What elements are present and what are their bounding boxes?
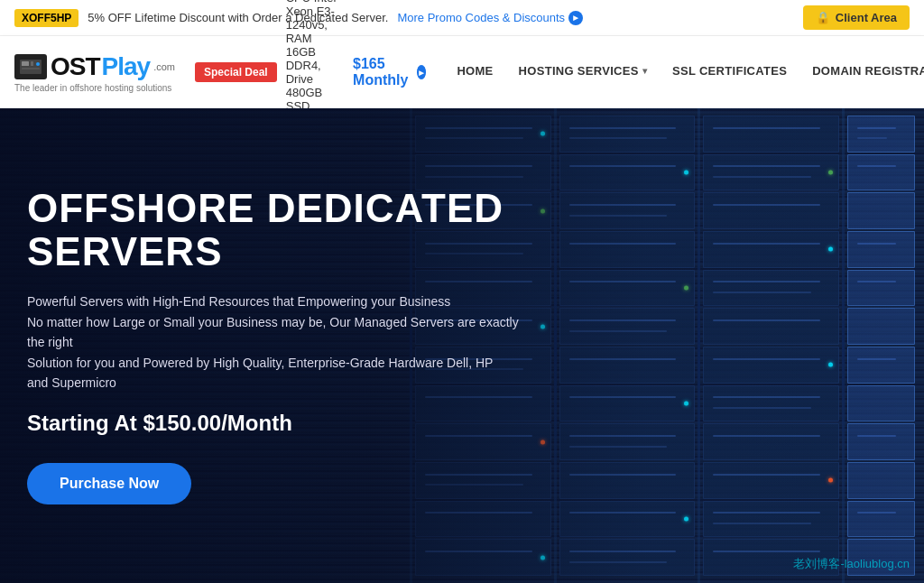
hero-subtitle: Powerful Servers with High-End Resources…	[27, 292, 532, 393]
svg-rect-2	[31, 61, 33, 66]
client-area-button[interactable]: 🔒 Client Area	[803, 5, 910, 30]
logo-brand-play: Play	[102, 52, 151, 81]
promo-arrow-icon: ►	[568, 11, 583, 25]
svg-point-4	[36, 62, 40, 66]
top-bar: XOFF5HP 5% OFF Lifetime Discount with Or…	[0, 0, 924, 36]
hero-title: OFFSHORE DEDICATED SERVERS	[27, 187, 532, 274]
logo-brand-ost: OST	[51, 52, 100, 81]
nav-item-domain[interactable]: DOMAIN REGISTRATION	[799, 36, 924, 108]
main-nav: HOME HOSTING SERVICES ▾ SSL CERTIFICATES…	[444, 36, 924, 108]
svg-rect-3	[22, 68, 40, 69]
price-arrow-icon: ►	[417, 65, 427, 79]
logo[interactable]: OSTPlay.com	[14, 52, 175, 81]
nav-item-hosting-services[interactable]: HOSTING SERVICES ▾	[506, 36, 660, 108]
lock-icon: 🔒	[816, 11, 830, 24]
nav-item-home[interactable]: HOME	[444, 36, 505, 108]
chevron-down-icon: ▾	[642, 66, 647, 76]
logo-dot-com: .com	[153, 61, 175, 72]
logo-tagline: The leader in offshore hosting solutions	[14, 83, 171, 93]
hero-content: OFFSHORE DEDICATED SERVERS Powerful Serv…	[0, 151, 559, 541]
hero-subtitle-line4: and Supermicro	[27, 373, 532, 393]
special-deal-price-link[interactable]: $165 Monthly ►	[353, 56, 426, 88]
purchase-now-button[interactable]: Purchase Now	[27, 463, 191, 504]
watermark: 老刘博客-laoliublog.cn	[793, 556, 910, 572]
svg-rect-1	[22, 61, 29, 66]
logo-icon	[14, 54, 47, 79]
hero-subtitle-line3: Solution for you and Powered by High Qua…	[27, 353, 532, 373]
hero-section: OFFSHORE DEDICATED SERVERS Powerful Serv…	[0, 108, 924, 583]
hero-subtitle-line1: Powerful Servers with High-End Resources…	[27, 292, 532, 311]
nav-item-ssl[interactable]: SSL CERTIFICATES	[660, 36, 799, 108]
header: OSTPlay.com The leader in offshore hosti…	[0, 36, 924, 108]
promo-code-badge: XOFF5HP	[14, 9, 79, 27]
hero-subtitle-line2: No matter how Large or Small your Busine…	[27, 312, 532, 353]
special-deal-badge: Special Deal	[195, 62, 277, 82]
hero-price: Starting At $150.00/Month	[27, 411, 532, 436]
logo-area: OSTPlay.com The leader in offshore hosti…	[14, 52, 177, 93]
